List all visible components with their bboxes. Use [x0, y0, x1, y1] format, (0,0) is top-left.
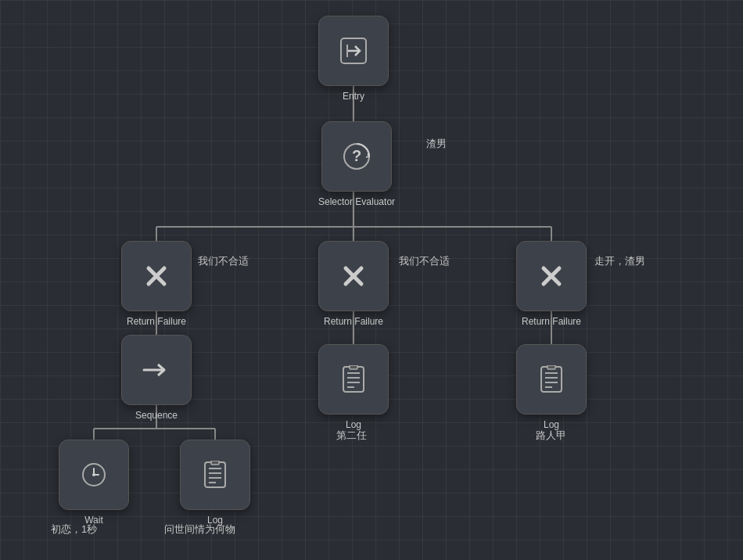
selector-node[interactable]: ? Selector Evaluator: [318, 121, 395, 207]
selector-label: Selector Evaluator: [318, 196, 395, 207]
rf2-box: [318, 241, 389, 311]
log-1-node[interactable]: Log: [180, 440, 250, 526]
rf2-label: Return Failure: [324, 316, 383, 327]
log-icon-2: [340, 365, 367, 393]
wait-box: [59, 440, 129, 510]
rf1-label: Return Failure: [127, 316, 186, 327]
return-failure-2-node[interactable]: Return Failure: [318, 241, 389, 327]
sequence-icon: [142, 359, 170, 381]
wait-cn-label: 初恋，1秒: [51, 522, 97, 537]
rf1-box: [121, 241, 192, 311]
log1-box: [180, 440, 250, 510]
log-icon-1: [202, 461, 228, 489]
log-3-node[interactable]: Log: [516, 344, 587, 430]
log2-cn-label: 第二任: [336, 429, 367, 443]
svg-point-40: [92, 473, 95, 476]
wait-icon: [80, 461, 108, 489]
rf1-cn-label: 我们不合适: [198, 254, 249, 268]
x-icon-2: [339, 262, 368, 290]
rf3-cn-label: 走开，渣男: [594, 254, 645, 268]
wait-node[interactable]: Wait: [59, 440, 129, 526]
log3-cn-label: 路人甲: [536, 429, 566, 443]
sequence-label: Sequence: [135, 410, 178, 421]
return-failure-3-node[interactable]: Return Failure: [516, 241, 587, 327]
entry-icon: [339, 37, 368, 65]
sequence-node[interactable]: Sequence: [121, 335, 192, 421]
x-icon-1: [142, 262, 170, 290]
rf2-cn-label: 我们不合适: [399, 254, 450, 268]
sequence-box: [121, 335, 192, 405]
svg-rect-25: [343, 367, 364, 392]
log-2-node[interactable]: Log: [318, 344, 389, 430]
svg-text:?: ?: [352, 147, 361, 164]
entry-label: Entry: [343, 91, 364, 102]
svg-rect-30: [350, 365, 357, 369]
entry-box: [318, 16, 389, 86]
log2-box: [318, 344, 389, 415]
rf3-box: [516, 241, 587, 311]
x-icon-3: [537, 262, 565, 290]
return-failure-1-node[interactable]: Return Failure: [121, 241, 192, 327]
selector-icon: ?: [342, 142, 372, 171]
svg-rect-31: [541, 367, 562, 392]
svg-rect-41: [205, 462, 225, 487]
selector-cn-label: 渣男: [426, 137, 447, 151]
log3-box: [516, 344, 587, 415]
log-icon-3: [538, 365, 565, 393]
entry-node[interactable]: Entry: [318, 16, 389, 102]
rf3-label: Return Failure: [522, 316, 581, 327]
svg-rect-36: [547, 365, 555, 369]
svg-rect-46: [211, 461, 219, 465]
log1-cn-label: 问世间情为何物: [164, 522, 235, 537]
selector-box: ?: [321, 121, 392, 192]
